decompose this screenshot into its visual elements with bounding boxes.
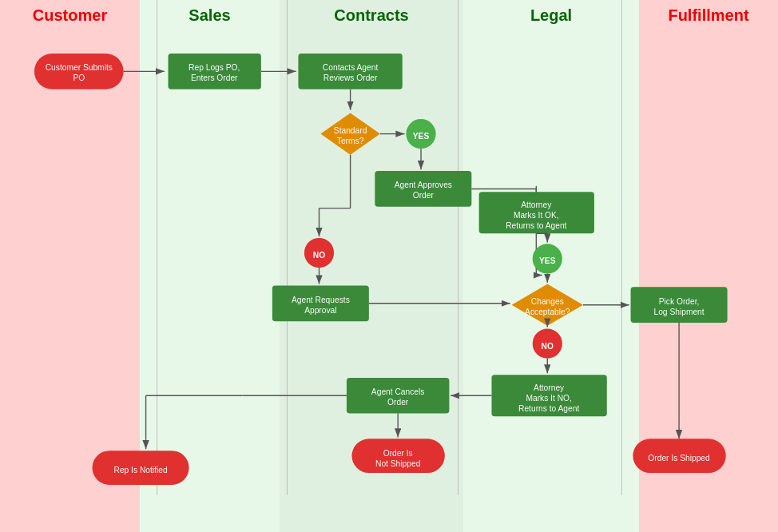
lane-contracts: Contracts [280,0,463,532]
lane-header-legal: Legal [463,0,639,31]
lane-header-sales: Sales [140,0,280,31]
lane-legal: Legal [463,0,639,532]
lane-header-contracts: Contracts [280,0,463,31]
flowchart-container: Customer Sales Contracts Legal Fulfillme… [0,0,778,532]
lane-fulfillment: Fulfillment [639,0,778,532]
lane-header-fulfillment: Fulfillment [639,0,778,31]
lane-sales: Sales [140,0,280,532]
lane-customer: Customer [0,0,140,532]
lane-header-customer: Customer [0,0,140,31]
